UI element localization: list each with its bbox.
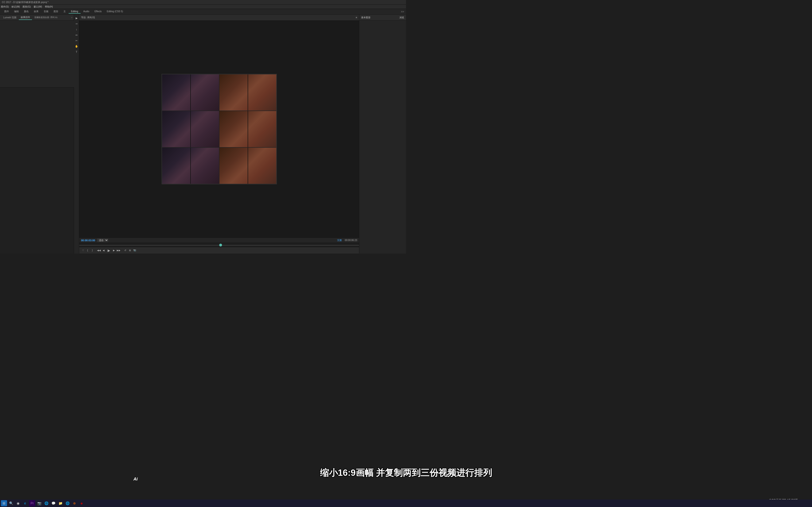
title-text: CC 2017 - D:\定帧3DS\横屏变成竖屏.prproj * bbox=[2, 1, 48, 4]
video-cell-4 bbox=[219, 111, 276, 148]
ws-tab-1[interactable]: 编辑 bbox=[12, 9, 21, 14]
text-tool[interactable]: T bbox=[74, 50, 79, 54]
slip-tool[interactable]: ⇔ bbox=[74, 33, 79, 37]
timeline-scrubber[interactable] bbox=[79, 243, 359, 247]
preview-menu-icon[interactable]: ≡ bbox=[356, 16, 357, 19]
timecode-right: 完整 00:00:06:23 bbox=[337, 239, 357, 242]
video-cell-5 bbox=[162, 148, 219, 184]
ws-tab-6[interactable]: 主 bbox=[61, 9, 68, 14]
ptab-effect-controls[interactable]: 效果控件 bbox=[19, 15, 32, 20]
video-cell-3 bbox=[162, 111, 219, 148]
track-select-tool[interactable]: ⇒ bbox=[74, 21, 79, 26]
ws-tab-2[interactable]: 颜色 bbox=[21, 9, 31, 14]
video-grid bbox=[162, 74, 277, 184]
ws-tab-editing-css[interactable]: Editing (CSS 5) bbox=[105, 10, 125, 14]
menu-bar: 图件(S) 标记(M) 图形(G) 窗口(W) 帮助(H) bbox=[0, 5, 406, 9]
play-btn[interactable]: ▶ bbox=[106, 248, 111, 253]
current-timecode[interactable]: 00:00:03:00 bbox=[81, 239, 95, 242]
total-time: 00:00:06:23 bbox=[345, 239, 357, 241]
workspace-bar: 图件 编辑 颜色 效果 音频 图形 主 Editing Audio Effect… bbox=[0, 9, 406, 14]
mark-out-btn[interactable]: } bbox=[91, 248, 94, 252]
razor-tool[interactable]: ✂ bbox=[74, 39, 79, 43]
ws-tab-5[interactable]: 图形 bbox=[51, 9, 61, 14]
step-fwd-btn[interactable]: ▶ bbox=[112, 248, 116, 252]
fit-select[interactable]: 适合 bbox=[97, 238, 108, 242]
tools-column: ▶ ⇒ ↕ ⇔ ✂ ✋ T bbox=[74, 14, 79, 253]
heart-btn[interactable]: ♡ bbox=[81, 248, 85, 252]
prev-keyframe-btn[interactable]: ◀◀ bbox=[97, 248, 101, 252]
ws-tab-effects[interactable]: Effects bbox=[92, 10, 104, 14]
preview-header: 节目: 序列 01 ≡ bbox=[79, 14, 359, 21]
workspace-more[interactable]: >> bbox=[401, 10, 404, 13]
scrubber-head[interactable] bbox=[219, 244, 222, 246]
preview-body bbox=[79, 21, 359, 237]
preview-area: 节目: 序列 01 ≡ bbox=[79, 14, 359, 253]
effect-controls bbox=[0, 88, 74, 253]
left-panel-content bbox=[0, 21, 74, 253]
right-panel: 基本图形 浏览 bbox=[359, 14, 406, 253]
preview-title: 节目: 序列 01 bbox=[81, 16, 95, 19]
hand-tool[interactable]: ✋ bbox=[74, 44, 79, 48]
main-area: Lumetri 范围 效果控件 音频轨道混合器: 序列 01 » ▶ ⇒ ↕ ⇔… bbox=[0, 14, 406, 253]
preview-controls: ♡ { } ◀◀ ◀ ▶ ▶ ▶▶ ↺ ⊞ 📷 bbox=[79, 247, 359, 253]
right-panel-title: 基本图形 bbox=[361, 16, 370, 19]
zoom-label: 完整 bbox=[337, 239, 342, 242]
ripple-tool[interactable]: ↕ bbox=[74, 27, 79, 32]
ws-tab-audio[interactable]: Audio bbox=[81, 10, 92, 14]
right-panel-header: 基本图形 浏览 bbox=[359, 14, 406, 21]
menu-item-4[interactable]: 帮助(H) bbox=[45, 5, 53, 8]
next-keyframe-btn[interactable]: ▶▶ bbox=[117, 248, 120, 252]
menu-item-0[interactable]: 图件(S) bbox=[1, 5, 9, 8]
menu-item-2[interactable]: 图形(G) bbox=[22, 5, 31, 8]
step-back-btn[interactable]: ◀ bbox=[102, 248, 105, 252]
right-panel-sub: 浏览 bbox=[399, 16, 404, 19]
video-cell-2 bbox=[219, 74, 276, 111]
ws-tab-4[interactable]: 音频 bbox=[41, 9, 51, 14]
camera-btn[interactable]: 📷 bbox=[133, 248, 137, 252]
ws-tab-3[interactable]: 效果 bbox=[32, 9, 41, 14]
ws-tab-0[interactable]: 图件 bbox=[2, 9, 11, 14]
timecode-bar: 00:00:03:00 适合 完整 00:00:06:23 bbox=[79, 237, 359, 243]
select-tool[interactable]: ▶ bbox=[74, 16, 79, 20]
left-panel: Lumetri 范围 效果控件 音频轨道混合器: 序列 01 » bbox=[0, 14, 74, 253]
panel-tab-arrow[interactable]: » bbox=[71, 16, 72, 19]
ws-tab-editing[interactable]: Editing bbox=[68, 10, 81, 14]
loop-btn[interactable]: ↺ bbox=[123, 248, 127, 252]
video-cell-1 bbox=[162, 74, 219, 111]
left-panel-tabs: Lumetri 范围 效果控件 音频轨道混合器: 序列 01 » bbox=[0, 14, 74, 21]
ptab-lumetri[interactable]: Lumetri 范围 bbox=[1, 15, 18, 20]
lumetri-panel bbox=[0, 21, 74, 88]
title-bar: CC 2017 - D:\定帧3DS\横屏变成竖屏.prproj * bbox=[0, 0, 406, 5]
mark-in-btn[interactable]: { bbox=[86, 248, 90, 252]
menu-item-3[interactable]: 窗口(W) bbox=[34, 5, 42, 8]
center-main: 节目: 序列 01 ≡ bbox=[79, 14, 359, 253]
menu-item-1[interactable]: 标记(M) bbox=[11, 5, 20, 8]
tools-and-preview: ▶ ⇒ ↕ ⇔ ✂ ✋ T 节目: 序列 01 ≡ bbox=[74, 14, 359, 253]
ptab-audio-mixer[interactable]: 音频轨道混合器: 序列 01 bbox=[33, 15, 59, 19]
safe-margin-btn[interactable]: ⊞ bbox=[128, 248, 132, 252]
center-and-right: ▶ ⇒ ↕ ⇔ ✂ ✋ T 节目: 序列 01 ≡ bbox=[74, 14, 406, 253]
effect-controls-body bbox=[0, 88, 74, 253]
video-cell-6 bbox=[219, 148, 276, 184]
